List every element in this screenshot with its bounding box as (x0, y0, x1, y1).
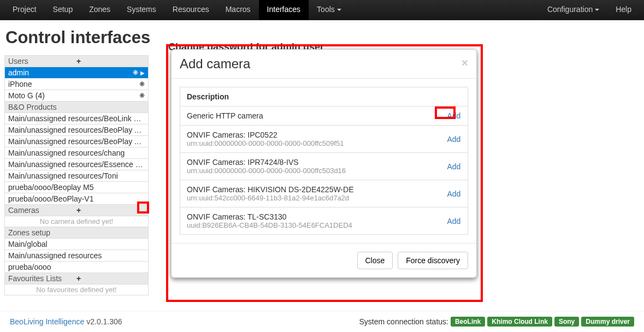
camera-description: Generic HTTP camera (187, 111, 434, 120)
table-row: ONVIF Cameras: IPC0522urn:uuid:00000000-… (180, 126, 468, 153)
sidebar-item[interactable]: Main/unassigned resources/chang (5, 147, 148, 159)
nav-interfaces[interactable]: Interfaces (259, 0, 309, 20)
gear-icon[interactable]: ❋ (133, 69, 138, 76)
sidebar-item[interactable]: Main/unassigned resources/BeoPlay A6... (5, 136, 148, 147)
sidebar-item[interactable]: iPhone❋ (5, 79, 148, 90)
play-icon[interactable]: ▶ (140, 70, 145, 76)
users-header-add[interactable]: + (76, 57, 145, 66)
nav-project[interactable]: Project (4, 0, 45, 20)
add-link[interactable]: Add (447, 162, 461, 171)
sidebar-item[interactable]: admin❋▶ (5, 67, 148, 79)
gear-icon[interactable]: ❋ (139, 80, 145, 88)
camera-table: Description Generic HTTP cameraAddONVIF … (180, 87, 468, 235)
gear-icon[interactable]: ❋ (139, 92, 145, 99)
empty-message: No favourites defined yet! (5, 284, 148, 295)
close-button[interactable]: Close (357, 252, 393, 269)
camera-description: ONVIF Cameras: IPC0522 (187, 131, 434, 139)
camera-description: ONVIF Cameras: TL-SC3130 (187, 212, 434, 221)
cameras-header: Cameras+ (5, 205, 148, 216)
table-row: Generic HTTP cameraAdd (180, 106, 468, 126)
nav-systems[interactable]: Systems (119, 0, 164, 20)
sidebar-item[interactable]: Main/global (5, 239, 148, 250)
products-header: B&O Products (5, 102, 148, 113)
sidebar-item[interactable]: Main/unassigned resources (5, 250, 148, 262)
table-row: ONVIF Cameras: IPR7424/8-IVSurn:uuid:000… (180, 153, 468, 180)
zones-header: Zones setup (5, 227, 148, 239)
sidebar-item[interactable]: prueba/oooo/Beoplay M5 (5, 182, 148, 193)
add-link[interactable]: Add (447, 217, 461, 226)
camera-uuid: urn:uuid:00000000-0000-0000-0000-000ffc5… (187, 139, 434, 147)
table-row: ONVIF Cameras: TL-SC3130uuid:B926EB6A-CB… (180, 208, 468, 235)
add-link[interactable]: Add (447, 189, 461, 198)
camera-uuid: urn:uuid:542cc000-6649-11b3-81a2-94e1ac6… (187, 194, 434, 202)
column-description: Description (180, 87, 441, 106)
sidebar-item[interactable]: prueba/oooo (5, 262, 148, 273)
empty-message: No camera defined yet! (5, 216, 148, 227)
nav-help[interactable]: Help (607, 0, 640, 20)
sidebar-item[interactable]: Main/unassigned resources/Essence rnd (5, 159, 148, 170)
modal-title: Add camera (180, 56, 462, 72)
nav-resources[interactable]: Resources (164, 0, 217, 20)
nav-configuration[interactable]: Configuration (539, 0, 607, 20)
force-discovery-button[interactable]: Force discovery (398, 252, 468, 269)
camera-description: ONVIF Cameras: HIKVISION DS-2DE4225W-DE (187, 185, 434, 194)
sidebar-item[interactable]: prueba/oooo/BeoPlay-V1 (5, 193, 148, 205)
camera-uuid: urn:uuid:00000000-0000-0000-0000-000ffc5… (187, 167, 434, 175)
sidebar-item[interactable]: Main/unassigned resources/BeoLink Co... (5, 113, 148, 124)
nav-macros[interactable]: Macros (217, 0, 259, 20)
close-icon[interactable]: × (462, 56, 468, 72)
table-row: ONVIF Cameras: HIKVISION DS-2DE4225W-DEu… (180, 180, 468, 208)
favs-header-add[interactable]: + (76, 274, 145, 283)
users-header: Users+ (5, 56, 148, 67)
top-navbar: ProjectSetupZonesSystemsResourcesMacrosI… (0, 0, 644, 20)
add-camera-modal: Add camera × Description Generic HTTP ca… (171, 49, 477, 278)
camera-uuid: uuid:B926EB6A-CB4B-54DB-3130-54E6FCA1DED… (187, 221, 434, 229)
sidebar-item[interactable]: Moto G (4)❋ (5, 90, 148, 102)
highlight-add (435, 106, 456, 119)
nav-zones[interactable]: Zones (81, 0, 119, 20)
sidebar-item[interactable]: Main/unassigned resources/Toni (5, 170, 148, 182)
nav-setup[interactable]: Setup (45, 0, 81, 20)
favs-header: Favourites Lists+ (5, 273, 148, 284)
sidebar-item[interactable]: Main/unassigned resources/BeoPlay A6... (5, 124, 148, 136)
add-link[interactable]: Add (447, 135, 461, 144)
cameras-header-add[interactable]: + (76, 206, 145, 215)
sidebar: Users+admin❋▶iPhone❋Moto G (4)❋B&O Produ… (4, 55, 149, 295)
highlight-plus (137, 201, 149, 214)
camera-description: ONVIF Cameras: IPR7424/8-IVS (187, 158, 434, 167)
nav-tools[interactable]: Tools (309, 0, 350, 20)
